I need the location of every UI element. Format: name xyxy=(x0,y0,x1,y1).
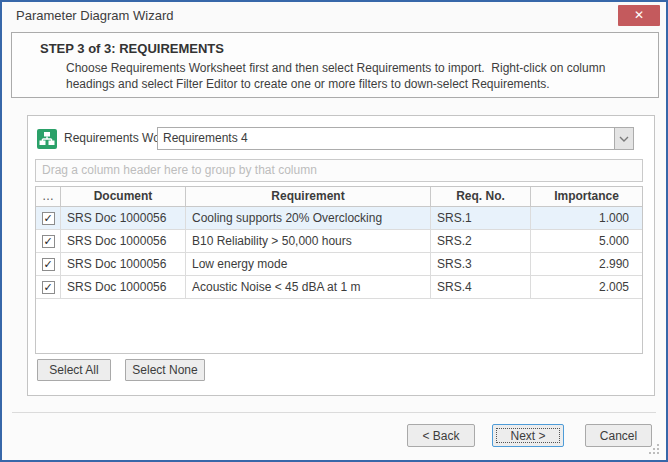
cell-req-no: SRS.4 xyxy=(431,276,531,298)
cell-checkbox: ✓ xyxy=(36,230,61,252)
cell-importance: 2.005 xyxy=(531,276,642,298)
cell-requirement: B10 Reliability > 50,000 hours xyxy=(186,230,431,252)
parameter-diagram-wizard-window: Parameter Diagram Wizard ✕ STEP 3 of 3: … xyxy=(0,0,668,462)
cell-req-no: SRS.2 xyxy=(431,230,531,252)
worksheet-combobox[interactable]: Requirements 4 xyxy=(157,127,634,150)
group-by-hint: Drag a column header here to group by th… xyxy=(36,160,642,181)
worksheet-diagram-icon xyxy=(37,129,57,149)
cell-document: SRS Doc 1000056 xyxy=(61,253,186,275)
column-header-document[interactable]: Document xyxy=(61,187,186,206)
worksheet-selected-value: Requirements 4 xyxy=(163,128,248,149)
cell-importance: 2.990 xyxy=(531,253,642,275)
cell-requirement: Cooling supports 20% Overclocking xyxy=(186,207,431,229)
cell-requirement: Acoustic Noise < 45 dBA at 1 m xyxy=(186,276,431,298)
description-line-1: Choose Requirements Worksheet first and … xyxy=(66,60,605,76)
combobox-dropdown-button[interactable] xyxy=(614,128,633,149)
resize-grip[interactable] xyxy=(649,444,660,455)
checkmark-icon: ✓ xyxy=(43,213,52,224)
step-header-panel: STEP 3 of 3: REQUIREMENTS Choose Require… xyxy=(11,32,659,98)
select-none-button[interactable]: Select None xyxy=(125,359,205,381)
requirements-grid: … Document Requirement Req. No. Importan… xyxy=(35,186,643,354)
column-header-requirement[interactable]: Requirement xyxy=(186,187,431,206)
cell-checkbox: ✓ xyxy=(36,207,61,229)
cell-importance: 5.000 xyxy=(531,230,642,252)
close-button[interactable]: ✕ xyxy=(618,5,660,26)
step-description: Choose Requirements Worksheet first and … xyxy=(66,60,605,92)
row-checkbox[interactable]: ✓ xyxy=(42,212,55,225)
row-checkbox[interactable]: ✓ xyxy=(42,258,55,271)
cell-importance: 1.000 xyxy=(531,207,642,229)
footer-separator xyxy=(12,412,656,413)
cell-checkbox: ✓ xyxy=(36,253,61,275)
table-row[interactable]: ✓ SRS Doc 1000056 Acoustic Noise < 45 dB… xyxy=(36,276,642,299)
chevron-down-icon xyxy=(619,136,629,142)
column-header-req-no[interactable]: Req. No. xyxy=(431,187,531,206)
cell-checkbox: ✓ xyxy=(36,276,61,298)
table-row[interactable]: ✓ SRS Doc 1000056 Low energy mode SRS.3 … xyxy=(36,253,642,276)
cell-req-no: SRS.1 xyxy=(431,207,531,229)
row-checkbox[interactable]: ✓ xyxy=(42,235,55,248)
requirements-panel: Requirements Worksheet Requirements 4 Dr… xyxy=(27,115,655,396)
close-icon: ✕ xyxy=(634,8,644,22)
grid-header-row: … Document Requirement Req. No. Importan… xyxy=(36,187,642,207)
table-row[interactable]: ✓ SRS Doc 1000056 Cooling supports 20% O… xyxy=(36,207,642,230)
group-by-panel[interactable]: Drag a column header here to group by th… xyxy=(35,159,643,182)
cell-document: SRS Doc 1000056 xyxy=(61,276,186,298)
description-line-2: headings and select Filter Editor to cre… xyxy=(66,76,605,92)
step-title: STEP 3 of 3: REQUIREMENTS xyxy=(40,41,224,56)
next-button[interactable]: Next > xyxy=(492,424,564,447)
row-checkbox[interactable]: ✓ xyxy=(42,281,55,294)
cell-req-no: SRS.3 xyxy=(431,253,531,275)
window-title: Parameter Diagram Wizard xyxy=(16,8,174,23)
checkmark-icon: ✓ xyxy=(43,259,52,270)
back-button[interactable]: < Back xyxy=(407,424,475,447)
cell-requirement: Low energy mode xyxy=(186,253,431,275)
titlebar[interactable]: Parameter Diagram Wizard ✕ xyxy=(4,2,664,30)
column-header-importance[interactable]: Importance xyxy=(531,187,642,206)
checkmark-icon: ✓ xyxy=(43,236,52,247)
table-row[interactable]: ✓ SRS Doc 1000056 B10 Reliability > 50,0… xyxy=(36,230,642,253)
checkmark-icon: ✓ xyxy=(43,282,52,293)
select-all-button[interactable]: Select All xyxy=(37,359,111,381)
column-header-checkbox[interactable]: … xyxy=(36,187,61,206)
cell-document: SRS Doc 1000056 xyxy=(61,230,186,252)
cell-document: SRS Doc 1000056 xyxy=(61,207,186,229)
cancel-button[interactable]: Cancel xyxy=(585,424,652,447)
